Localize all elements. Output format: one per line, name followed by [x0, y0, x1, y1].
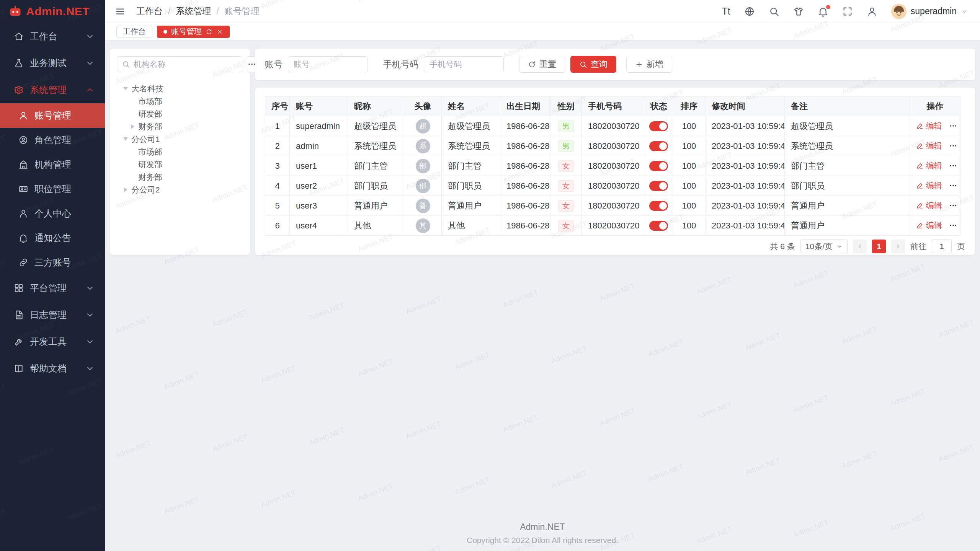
- tree-node[interactable]: 研发部: [117, 108, 243, 120]
- status-toggle[interactable]: [649, 181, 668, 191]
- theme-icon[interactable]: [793, 6, 804, 17]
- caret-right-icon[interactable]: [121, 186, 131, 194]
- sidebar-item-label: 职位管理: [34, 183, 71, 195]
- sidebar-item-third-party-account[interactable]: 三方账号: [0, 250, 105, 275]
- user-menu[interactable]: superadmin: [891, 4, 968, 19]
- sidebar-item-help-docs[interactable]: 帮助文档: [0, 355, 105, 382]
- status-toggle[interactable]: [649, 121, 668, 131]
- tree-node[interactable]: 大名科技: [117, 82, 243, 95]
- add-button[interactable]: 新增: [626, 56, 672, 73]
- cell-modified: 2023-01-03 10:59:44: [706, 156, 785, 176]
- tree-node[interactable]: 市场部: [117, 145, 243, 158]
- edit-icon: [916, 202, 924, 209]
- breadcrumb-item-system[interactable]: 系统管理: [176, 5, 211, 17]
- log-icon: [14, 310, 24, 320]
- active-tab-dot: [163, 30, 167, 34]
- edit-button[interactable]: 编辑: [916, 121, 942, 131]
- sidebar-item-label: 工作台: [30, 30, 57, 42]
- phone-filter-label: 手机号码: [383, 59, 418, 70]
- edit-icon: [916, 142, 924, 150]
- fullscreen-icon[interactable]: [842, 6, 853, 17]
- locale-icon[interactable]: [744, 6, 755, 17]
- sidebar-item-business-test[interactable]: 业务测试: [0, 50, 105, 77]
- org-search[interactable]: [117, 56, 242, 72]
- cell-avatar: 系: [404, 136, 442, 156]
- edit-button[interactable]: 编辑: [916, 180, 942, 191]
- font-size-icon[interactable]: Tt: [722, 6, 730, 17]
- column-header-status: 状态: [644, 96, 673, 116]
- sidebar-item-log-mgmt[interactable]: 日志管理: [0, 302, 105, 328]
- more-actions-icon[interactable]: [949, 122, 957, 130]
- next-page-button[interactable]: [891, 240, 905, 253]
- edit-button-label: 编辑: [926, 220, 942, 231]
- tab-workbench[interactable]: 工作台: [116, 26, 152, 38]
- refresh-icon[interactable]: [206, 28, 212, 35]
- hamburger-icon[interactable]: [115, 6, 126, 17]
- account-filter-input[interactable]: [288, 56, 368, 72]
- tree-node[interactable]: 财务部: [117, 120, 243, 133]
- prev-page-button[interactable]: [853, 240, 867, 253]
- sidebar-item-dev-tools[interactable]: 开发工具: [0, 328, 105, 355]
- sidebar-item-role-mgmt[interactable]: 角色管理: [0, 128, 105, 152]
- breadcrumb-item-workbench[interactable]: 工作台: [136, 5, 163, 17]
- user-icon[interactable]: [867, 6, 877, 17]
- status-toggle[interactable]: [649, 141, 668, 151]
- more-actions-icon[interactable]: [949, 142, 957, 150]
- chevron-down-icon: [85, 310, 95, 320]
- caret-down-icon[interactable]: [121, 85, 131, 93]
- more-actions-icon[interactable]: [949, 181, 957, 190]
- edit-button[interactable]: 编辑: [916, 160, 942, 171]
- status-toggle[interactable]: [649, 161, 668, 171]
- status-toggle[interactable]: [649, 201, 668, 211]
- caret-right-icon[interactable]: [127, 123, 137, 130]
- cell-phone: 18020030720: [582, 196, 644, 216]
- edit-button[interactable]: 编辑: [916, 220, 942, 231]
- sidebar-item-org-mgmt[interactable]: 机构管理: [0, 152, 105, 177]
- app-logo[interactable]: Admin.NET: [0, 0, 105, 23]
- cell-nickname: 超级管理员: [348, 116, 404, 136]
- page-size-select[interactable]: 10条/页: [800, 240, 848, 253]
- cell-sort: 100: [673, 116, 706, 136]
- cell-remark: 部门主管: [785, 156, 910, 176]
- status-toggle[interactable]: [649, 221, 668, 231]
- page-unit-label: 页: [957, 241, 965, 252]
- sidebar-item-platform-mgmt[interactable]: 平台管理: [0, 275, 105, 302]
- sidebar-item-position-mgmt[interactable]: 职位管理: [0, 177, 105, 201]
- tree-node-label: 财务部: [138, 121, 162, 132]
- more-actions-icon[interactable]: [949, 201, 957, 210]
- tree-node[interactable]: 研发部: [117, 158, 243, 171]
- sidebar-item-account-mgmt[interactable]: 账号管理: [0, 103, 105, 128]
- sidebar-item-workbench[interactable]: 工作台: [0, 23, 105, 50]
- tree-node[interactable]: 市场部: [117, 95, 243, 108]
- row-avatar: 系: [416, 139, 430, 153]
- row-actions: 编辑: [916, 180, 957, 191]
- notification-bell-icon[interactable]: [818, 6, 828, 17]
- search-icon[interactable]: [769, 6, 779, 17]
- app-root: Admin.NET 工作台业务测试系统管理账号管理角色管理机构管理职位管理个人中…: [0, 0, 980, 551]
- more-actions-icon[interactable]: [949, 221, 957, 230]
- reset-button[interactable]: 重置: [519, 56, 565, 73]
- edit-button[interactable]: 编辑: [916, 200, 942, 211]
- cell-name: 部门职员: [442, 176, 500, 196]
- more-actions-icon[interactable]: [949, 161, 957, 170]
- caret-down-icon[interactable]: [121, 135, 131, 143]
- query-button[interactable]: 查询: [570, 56, 616, 73]
- role-icon: [18, 135, 28, 145]
- row-actions: 编辑: [916, 121, 957, 131]
- tree-node[interactable]: 分公司1: [117, 133, 243, 145]
- page-1-button[interactable]: 1: [872, 240, 886, 253]
- cell-modified: 2023-01-03 10:59:44: [706, 196, 785, 216]
- goto-page-input[interactable]: [932, 240, 952, 253]
- tree-node[interactable]: 分公司2: [117, 183, 243, 196]
- tab-account-mgmt[interactable]: 账号管理: [157, 26, 230, 38]
- chevron-down-icon: [85, 364, 95, 373]
- tree-node[interactable]: 财务部: [117, 171, 243, 183]
- org-search-input[interactable]: [134, 60, 237, 69]
- sidebar-item-personal-center[interactable]: 个人中心: [0, 201, 105, 226]
- sidebar-item-notice[interactable]: 通知公告: [0, 226, 105, 250]
- plus-icon: [635, 60, 643, 68]
- close-icon[interactable]: [216, 28, 223, 35]
- sidebar-item-system-mgmt[interactable]: 系统管理: [0, 77, 105, 103]
- edit-button[interactable]: 编辑: [916, 140, 942, 151]
- phone-filter-input[interactable]: [424, 56, 504, 72]
